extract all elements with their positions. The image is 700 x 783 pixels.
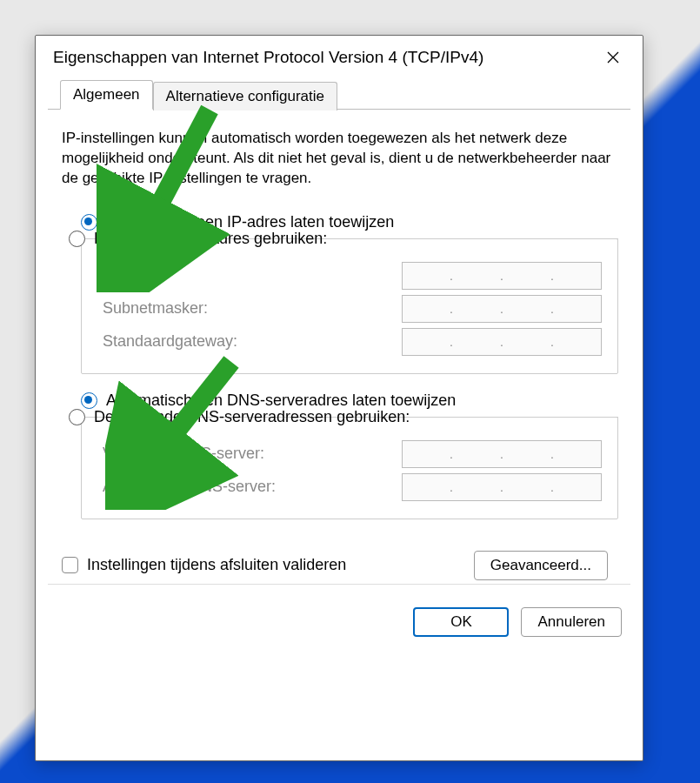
tabstrip: Algemeen Alternatieve configuratie — [48, 79, 630, 110]
titlebar: Eigenschappen van Internet Protocol Vers… — [36, 36, 643, 79]
radio-ip-manual[interactable] — [69, 231, 85, 247]
preferred-dns-input[interactable]: ... — [402, 440, 602, 468]
subnet-label: Subnetmasker: — [103, 299, 208, 318]
alternate-dns-input[interactable]: ... — [402, 473, 602, 501]
close-button[interactable] — [599, 44, 627, 71]
tab-general[interactable]: Algemeen — [60, 80, 153, 110]
validate-label: Instellingen tijdens afsluiten valideren — [87, 556, 346, 574]
radio-dns-manual-label: De volgende DNS-serveradressen gebruiken… — [94, 408, 410, 426]
tab-content-general: IP-instellingen kunnen automatisch worde… — [36, 110, 643, 584]
subnet-input[interactable]: ... — [402, 295, 602, 323]
dialog-separator — [48, 584, 630, 585]
ipv4-properties-dialog: Eigenschappen van Internet Protocol Vers… — [35, 35, 643, 761]
radio-dns-manual[interactable] — [69, 409, 85, 425]
ip-description: IP-instellingen kunnen automatisch worde… — [62, 129, 617, 189]
gateway-input[interactable]: ... — [402, 328, 602, 356]
dialog-button-row: OK Annuleren — [36, 590, 643, 637]
close-icon — [606, 50, 620, 64]
validate-advanced-row: Instellingen tijdens afsluiten valideren… — [60, 537, 618, 584]
dns-manual-fieldset: De volgende DNS-serveradressen gebruiken… — [81, 417, 618, 519]
ip-manual-fieldset: Het volgende IP-adres gebruiken: IP-adre… — [81, 238, 618, 374]
preferred-dns-label: Voorkeurs-DNS-server: — [103, 445, 264, 463]
tab-alternative-config[interactable]: Alternatieve configuratie — [153, 82, 337, 110]
ok-button[interactable]: OK — [413, 607, 509, 637]
advanced-button[interactable]: Geavanceerd... — [474, 551, 608, 580]
ip-manual-row[interactable]: Het volgende IP-adres gebruiken: — [69, 230, 327, 248]
dialog-title: Eigenschappen van Internet Protocol Vers… — [53, 48, 483, 67]
alternate-dns-label: Alternatieve DNS-server: — [103, 478, 276, 496]
radio-ip-manual-label: Het volgende IP-adres gebruiken: — [94, 230, 327, 248]
cancel-button[interactable]: Annuleren — [521, 607, 622, 637]
ip-address-input[interactable]: ... — [402, 262, 602, 290]
dns-manual-row[interactable]: De volgende DNS-serveradressen gebruiken… — [69, 408, 410, 426]
gateway-label: Standaardgateway: — [103, 332, 237, 351]
ip-address-label: IP-adres: — [103, 266, 166, 284]
validate-checkbox[interactable] — [62, 557, 78, 573]
validate-checkbox-row[interactable]: Instellingen tijdens afsluiten valideren — [62, 556, 346, 574]
